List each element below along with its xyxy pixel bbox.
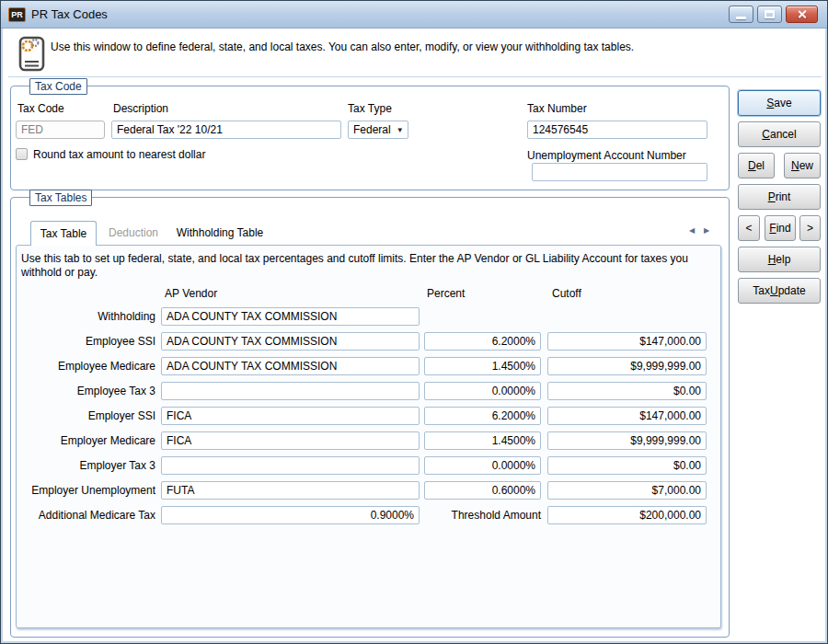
save-button[interactable]: Save (738, 90, 821, 116)
tax-tables-legend: Tax Tables (29, 190, 92, 206)
round-tax-checkbox-label: Round tax amount to nearest dollar (33, 148, 205, 161)
row-label: Employer Unemployment (16, 481, 155, 500)
print-button[interactable]: Print (738, 184, 821, 210)
round-tax-checkbox (16, 148, 28, 160)
minimize-icon (736, 17, 746, 19)
row-label: Employee Tax 3 (16, 382, 155, 400)
table-row-employee-medicare: Employee Medicare (3, 357, 730, 375)
table-row-employer-medicare: Employer Medicare (3, 431, 730, 450)
tax-code-input (16, 121, 105, 139)
tax-type-label: Tax Type (348, 102, 392, 115)
next-record-button[interactable]: > (799, 215, 821, 241)
chevron-down-icon: ▼ (397, 126, 404, 134)
tab-deduction: Deduction (97, 221, 170, 245)
tax-type-selected-value: Federal (353, 123, 391, 136)
row-label: Employer Tax 3 (16, 456, 155, 475)
tax-number-label: Tax Number (527, 102, 587, 115)
vendor-input[interactable] (161, 456, 420, 475)
tab-tax-table[interactable]: Tax Table (30, 221, 97, 246)
row-label: Employee Medicare (16, 357, 155, 375)
minimize-button[interactable] (729, 6, 753, 23)
cutoff-input[interactable] (547, 456, 707, 475)
table-row-additional-medicare-tax: Additional Medicare Tax Threshold Amount (3, 506, 730, 524)
table-row-employer-tax-3: Employer Tax 3 (3, 456, 730, 475)
table-row-employee-ssi: Employee SSI (3, 332, 730, 351)
description-input[interactable] (111, 121, 341, 139)
row-label: Employer SSI (16, 407, 155, 425)
tax-type-select[interactable]: Federal ▼ (348, 121, 408, 139)
tax-code-label: Tax Code (17, 102, 64, 115)
vendor-input[interactable] (161, 332, 420, 351)
tax-number-input[interactable] (527, 121, 707, 139)
table-row-withholding: Withholding (3, 307, 730, 326)
column-header-cutoff: Cutoff (552, 287, 581, 300)
titlebar: PR PR Tax Codes (1, 1, 827, 29)
new-button[interactable]: New (784, 153, 821, 178)
find-button[interactable]: Find (765, 215, 796, 241)
percent-input[interactable] (424, 407, 541, 425)
percent-input[interactable] (424, 332, 541, 351)
tax-update-button[interactable]: Tax Update (738, 278, 821, 304)
percent-input[interactable] (424, 456, 541, 475)
percent-input[interactable] (424, 357, 541, 375)
unemployment-account-label: Unemployment Account Number (527, 149, 686, 162)
pr-tax-codes-window: PR PR Tax Codes Use this window to defin… (0, 0, 828, 644)
additional-medicare-percent-input[interactable] (161, 506, 420, 524)
window-body: Use this window to define federal, state… (1, 29, 827, 643)
cancel-button[interactable]: Cancel (738, 121, 821, 147)
window-description: Use this window to define federal, state… (51, 40, 787, 54)
cutoff-input[interactable] (547, 357, 707, 375)
window-title: PR Tax Codes (31, 7, 108, 21)
delete-button[interactable]: Del (738, 153, 775, 178)
description-label: Description (113, 102, 168, 115)
threshold-amount-label: Threshold Amount (424, 506, 541, 524)
maximize-icon (765, 10, 775, 18)
vendor-input[interactable] (161, 307, 420, 326)
table-row-employer-ssi: Employer SSI (3, 407, 730, 425)
vendor-input[interactable] (161, 382, 420, 400)
table-row-employer-unemployment: Employer Unemployment (3, 481, 730, 500)
vendor-input[interactable] (161, 357, 420, 375)
tab-instructions: Use this tab to set up federal, state, a… (21, 252, 713, 280)
row-label: Withholding (16, 307, 155, 326)
threshold-amount-input[interactable] (547, 506, 707, 524)
tab-deduction-label: Deduction (109, 226, 158, 239)
tab-scroll-right-icon[interactable] (704, 226, 709, 235)
vendor-input[interactable] (161, 481, 420, 500)
unemployment-account-input[interactable] (532, 163, 707, 181)
row-label: Employee SSI (16, 332, 155, 351)
cutoff-input[interactable] (547, 431, 707, 450)
table-row-employee-tax-3: Employee Tax 3 (3, 382, 730, 400)
maximize-button[interactable] (757, 6, 782, 23)
cutoff-input[interactable] (547, 332, 707, 351)
row-label: Employer Medicare (16, 431, 155, 450)
tab-tax-table-label: Tax Table (40, 227, 86, 240)
close-icon (797, 9, 807, 19)
percent-input[interactable] (424, 431, 541, 450)
percent-input[interactable] (424, 481, 541, 500)
percent-input[interactable] (424, 382, 541, 400)
vendor-input[interactable] (161, 431, 420, 450)
column-header-percent: Percent (427, 287, 465, 300)
row-label: Additional Medicare Tax (16, 506, 155, 524)
tab-withholding-table-label: Withholding Table (177, 226, 264, 239)
cutoff-input[interactable] (547, 481, 707, 500)
vendor-input[interactable] (161, 407, 420, 425)
cutoff-input[interactable] (547, 382, 707, 400)
tax-code-legend: Tax Code (29, 78, 87, 95)
app-icon: PR (8, 7, 26, 22)
cutoff-input[interactable] (547, 407, 707, 425)
document-gear-icon (16, 34, 49, 73)
tab-withholding-table[interactable]: Withholding Table (170, 221, 270, 245)
window-controls (729, 6, 818, 23)
help-button[interactable]: Help (738, 247, 821, 272)
header-separator (8, 76, 822, 77)
previous-record-button[interactable]: < (738, 215, 760, 241)
tab-scroll-left-icon[interactable] (689, 226, 695, 235)
close-button[interactable] (786, 6, 818, 23)
column-header-ap-vendor: AP Vendor (165, 287, 217, 300)
